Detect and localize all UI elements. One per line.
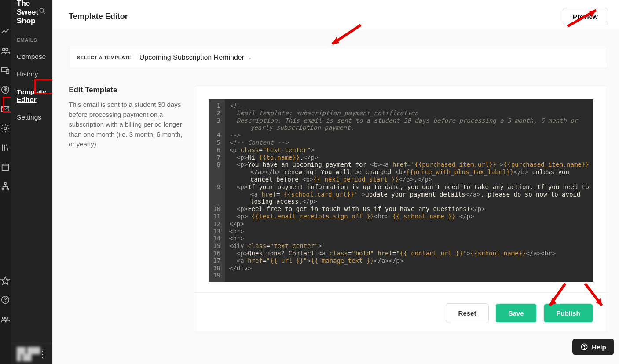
code-editor[interactable]: 123 45678 9 10111213141516171819 <!-- Em…	[209, 99, 593, 282]
template-select-label: SELECT A TEMPLATE	[77, 55, 132, 60]
sitemap-icon[interactable]	[0, 181, 11, 192]
code-content[interactable]: <!-- Email template: subscription_paymen…	[225, 99, 593, 282]
svg-rect-16	[7, 189, 9, 190]
svg-line-23	[43, 12, 45, 14]
action-row: Reset Save Publish	[194, 292, 608, 323]
site-name: The Sweet Shop	[17, 0, 38, 25]
calendar-icon[interactable]	[0, 162, 11, 172]
edit-template-description: This email is sent to a student 30 days …	[69, 100, 185, 149]
icon-rail	[0, 0, 11, 364]
people-icon[interactable]	[0, 46, 11, 56]
edit-template-info: Edit Template This email is sent to a st…	[69, 86, 185, 149]
svg-point-22	[40, 8, 44, 12]
help-icon[interactable]	[0, 295, 11, 305]
template-select-value[interactable]: Upcoming Subscription Reminder ⌄	[139, 54, 252, 62]
sidebar-section-label: EMAILS	[11, 24, 52, 48]
main: Template Editor Preview SELECT A TEMPLAT…	[52, 0, 619, 364]
svg-rect-10	[2, 164, 9, 171]
group-icon[interactable]	[0, 314, 11, 324]
search-icon[interactable]	[38, 7, 46, 17]
sidebar: The Sweet Shop EMAILS Compose History Te…	[11, 0, 52, 364]
save-button[interactable]: Save	[495, 303, 537, 323]
svg-point-19	[5, 302, 5, 302]
svg-rect-15	[2, 189, 4, 190]
svg-point-0	[3, 48, 5, 51]
page-title: Template Editor	[69, 12, 128, 21]
sidebar-item-settings[interactable]: Settings	[11, 109, 52, 126]
help-label: Help	[592, 343, 606, 351]
svg-marker-17	[1, 277, 9, 284]
svg-line-9	[7, 145, 8, 151]
sidebar-footer: ██ ███ █ ██ ⋮	[11, 343, 52, 364]
gear-icon[interactable]	[0, 123, 11, 134]
svg-point-1	[6, 48, 8, 51]
more-icon[interactable]: ⋮	[38, 349, 47, 359]
editor-card: 123 45678 9 10111213141516171819 <!-- Em…	[194, 86, 608, 332]
svg-point-6	[4, 127, 7, 130]
svg-rect-14	[4, 183, 6, 185]
preview-button[interactable]: Preview	[563, 8, 608, 25]
star-icon[interactable]	[0, 275, 11, 286]
money-icon[interactable]	[0, 84, 11, 95]
chevron-down-icon: ⌄	[248, 55, 252, 61]
sidebar-item-compose[interactable]: Compose	[11, 48, 52, 66]
reset-button[interactable]: Reset	[446, 303, 489, 323]
template-select-bar: SELECT A TEMPLATE Upcoming Subscription …	[69, 47, 608, 68]
svg-point-20	[3, 317, 5, 320]
svg-point-33	[584, 348, 585, 349]
analytics-icon[interactable]	[0, 26, 11, 37]
svg-point-21	[6, 317, 8, 320]
template-select-text: Upcoming Subscription Reminder	[139, 54, 244, 62]
devices-icon[interactable]	[0, 65, 11, 76]
publish-button[interactable]: Publish	[543, 303, 593, 323]
edit-template-title: Edit Template	[69, 86, 185, 95]
help-button[interactable]: Help	[572, 339, 614, 355]
code-gutter: 123 45678 9 10111213141516171819	[209, 99, 225, 282]
library-icon[interactable]	[0, 142, 11, 153]
